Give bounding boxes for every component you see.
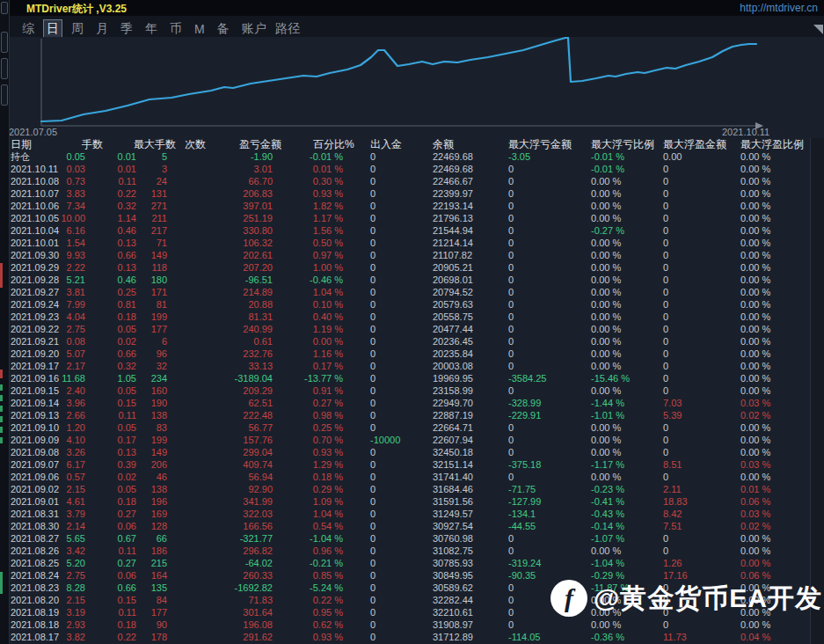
table-row[interactable]: 2021.09.083.260.13149299.040.93 %032450.… xyxy=(0,446,811,458)
table-row[interactable]: 2021.09.222.750.05177240.991.19 %020477.… xyxy=(0,323,811,335)
cell: 46 xyxy=(121,471,167,483)
cell: -0.23 % xyxy=(591,483,624,495)
table-row[interactable]: 2021.08.275.650.6766-321.77-1.04 %030760… xyxy=(0,532,811,545)
table-row[interactable]: 2021.10.0510.001.14211251.191.17 %021796… xyxy=(0,212,811,224)
cell: -96.51 xyxy=(171,274,273,286)
cell: 3.42 xyxy=(18,545,85,557)
cell: 0 xyxy=(370,446,376,458)
cell: 1.16 % xyxy=(269,348,343,360)
cell: 7.34 xyxy=(18,200,85,212)
cell: 0.00 % xyxy=(591,237,621,249)
cell: 0 xyxy=(370,594,376,606)
cell: 0 xyxy=(663,335,668,348)
cell: -0.14 % xyxy=(591,520,624,532)
cell: 1.00 % xyxy=(269,261,343,274)
table-row[interactable]: 2021.10.011.540.1371106.320.50 %021214.1… xyxy=(0,237,811,249)
table-row[interactable]: 2021.09.292.220.13118207.201.00 %020905.… xyxy=(0,261,811,274)
table-row[interactable]: 2021.08.263.420.11186296.820.96 %031082.… xyxy=(0,545,811,557)
table-row[interactable]: 2021.09.101.200.058356.770.25 %022664.71… xyxy=(0,421,811,434)
cell: 21107.82 xyxy=(433,249,472,261)
table-row[interactable]: 2021.09.143.960.1519062.510.27 %022949.7… xyxy=(0,397,811,409)
cell: 2.17 xyxy=(18,360,85,372)
cell: 2.15 xyxy=(18,594,85,606)
cell: 1.19 % xyxy=(269,323,343,335)
cell: 0.00 % xyxy=(591,446,621,458)
cell: 0 xyxy=(508,163,514,175)
cell: 0.00 % xyxy=(740,446,770,458)
cell: 0.85 % xyxy=(269,569,343,582)
cell: 0 xyxy=(370,360,376,372)
header-cell: 百分比% xyxy=(313,138,354,150)
table-row[interactable]: 持仓0.050.015-1.90-0.01 %022469.68-3.05-0.… xyxy=(0,150,811,163)
cell: 0 xyxy=(370,348,376,360)
cell: 92.90 xyxy=(171,483,273,495)
table-row[interactable]: 2021.09.285.210.46180-96.51-0.46 %020698… xyxy=(0,274,811,286)
table-row[interactable]: 2021.09.273.810.25171214.891.04 %020794.… xyxy=(0,286,811,298)
table-row[interactable]: 2021.10.046.160.46217330.801.56 %021544.… xyxy=(0,224,811,237)
cell: 0 xyxy=(370,163,376,175)
vertical-scrollbar[interactable] xyxy=(810,138,824,644)
cell: 149 xyxy=(121,446,167,458)
cell: 0 xyxy=(663,421,668,434)
cell: 30760.98 xyxy=(433,532,473,545)
cell: 0 xyxy=(370,311,376,323)
cell: 0.00 % xyxy=(591,212,621,224)
cell: 0.00 % xyxy=(591,545,621,557)
table-row[interactable]: 2021.09.234.040.1819981.310.40 %020558.7… xyxy=(0,311,811,323)
table-row[interactable]: 2021.09.076.170.39206409.741.29 %032151.… xyxy=(0,458,811,471)
panel-box xyxy=(1,2,8,14)
cell: 1.20 xyxy=(18,421,85,434)
header-cell: 最大浮盈比例 xyxy=(740,138,804,150)
cell: 0 xyxy=(370,237,376,249)
cell: 299.04 xyxy=(171,446,273,458)
cell: 0 xyxy=(663,249,668,261)
table-row[interactable]: 2021.09.152.400.05160209.290.91 %023158.… xyxy=(0,384,811,397)
table-row[interactable]: 2021.10.110.030.0133.010.01 %022469.680-… xyxy=(0,163,811,175)
table-row[interactable]: 2021.09.247.990.818120.880.10 %020579.63… xyxy=(0,298,811,311)
table-row[interactable]: 2021.10.067.340.32271397.011.82 %022193.… xyxy=(0,200,811,212)
cell: 20236.45 xyxy=(433,335,473,348)
cell: 260.33 xyxy=(171,569,273,582)
cell: 160 xyxy=(121,384,167,397)
cell: 11.68 xyxy=(18,372,85,384)
table-row[interactable]: 2021.09.210.080.0260.610.00 %020236.4500… xyxy=(0,335,811,348)
cell: 0.00 % xyxy=(591,311,621,323)
table-row[interactable]: 2021.09.1611.681.05234-3189.04-13.77 %01… xyxy=(0,372,811,384)
cell: 0 xyxy=(370,187,376,200)
cell: 31741.40 xyxy=(433,471,473,483)
cell: 7.99 xyxy=(18,298,85,311)
table-row[interactable]: 2021.10.080.730.112466.700.30 %022466.67… xyxy=(0,175,811,187)
table-row[interactable]: 2021.09.205.070.6696232.761.16 %020235.8… xyxy=(0,348,811,360)
cell: 9.93 xyxy=(18,249,85,261)
table-row[interactable]: 2021.08.182.930.1890196.080.62 %031908.9… xyxy=(0,618,811,631)
cell: 32210.61 xyxy=(433,606,473,618)
panel-box xyxy=(1,32,8,53)
cell: 330.80 xyxy=(171,224,273,237)
table-row[interactable]: 2021.09.172.170.323233.130.17 %020003.08… xyxy=(0,360,811,372)
cell: 0.04 % xyxy=(740,631,770,643)
table-row[interactable]: 2021.08.255.200.27215-64.02-0.21 %030785… xyxy=(0,557,811,569)
table-row[interactable]: 2021.10.073.830.22131206.830.93 %022399.… xyxy=(0,187,811,200)
table-row[interactable]: 2021.08.173.820.22178291.620.93 %031712.… xyxy=(0,631,811,643)
table-row[interactable]: 2021.09.309.930.66149202.610.97 %021107.… xyxy=(0,249,811,261)
cell: 0.00 % xyxy=(269,335,343,348)
cell: 23158.99 xyxy=(433,384,473,397)
table-row[interactable]: 2021.09.014.610.18196341.991.09 %031591.… xyxy=(0,495,811,508)
cell: 251.19 xyxy=(171,212,273,224)
table-row[interactable]: 2021.08.302.140.06128166.560.54 %030927.… xyxy=(0,520,811,532)
table-row[interactable]: 2021.09.060.570.024656.940.18 %031741.40… xyxy=(0,471,811,483)
cell: 33.13 xyxy=(171,360,273,372)
cell: -0.41 % xyxy=(591,495,624,508)
cell: 6.16 xyxy=(18,224,85,237)
table-row[interactable]: 2021.08.313.790.27169322.031.04 %031249.… xyxy=(0,508,811,520)
table-row[interactable]: 2021.09.022.150.0513892.900.29 %031684.4… xyxy=(0,483,811,495)
table-row[interactable]: 2021.09.094.100.17199157.760.70 %-100002… xyxy=(0,434,811,446)
cell: -0.27 % xyxy=(591,224,624,237)
table-row[interactable]: 2021.09.132.660.11138222.480.98 %022887.… xyxy=(0,409,811,421)
cell: 0 xyxy=(370,631,376,643)
cell: 0.00 % xyxy=(740,311,770,323)
cell: 0 xyxy=(663,286,668,298)
cell: 0.00 % xyxy=(740,249,770,261)
cell: 0 xyxy=(370,618,376,631)
cell: 0 xyxy=(663,348,668,360)
